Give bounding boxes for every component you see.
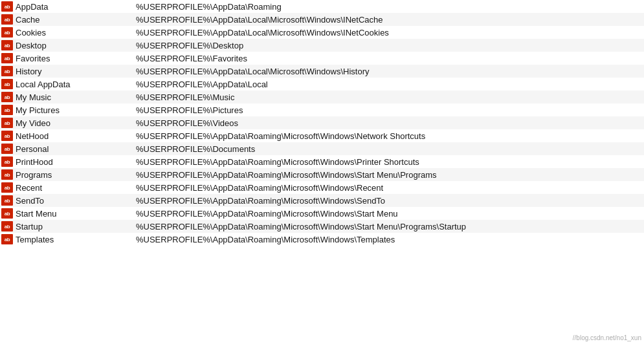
ab-icon: ab — [1, 53, 13, 63]
ab-icon: ab — [1, 234, 13, 244]
table-row: ab PrintHood %USERPROFILE%\AppData\Roami… — [0, 155, 644, 168]
ab-icon: ab — [1, 14, 13, 25]
row-icon: ab — [0, 144, 14, 154]
ab-icon: ab — [1, 40, 13, 50]
row-icon: ab — [0, 156, 14, 167]
ab-icon: ab — [1, 195, 13, 206]
row-name: Templates — [14, 235, 131, 244]
row-value: %USERPROFILE%\AppData\Roaming\Microsoft\… — [131, 183, 644, 193]
row-value: %USERPROFILE%\Favorites — [131, 54, 644, 63]
row-value: %USERPROFILE%\Pictures — [131, 105, 644, 115]
row-name: AppData — [14, 2, 131, 12]
ab-icon: ab — [1, 131, 13, 141]
ab-icon: ab — [1, 208, 13, 219]
row-value: %USERPROFILE%\AppData\Local\Microsoft\Wi… — [131, 15, 644, 25]
ab-icon: ab — [1, 92, 13, 102]
watermark-text: //blog.csdn.net/no1_xun — [573, 334, 641, 341]
table-row: ab My Music %USERPROFILE%\Music — [0, 91, 644, 103]
row-value: %USERPROFILE%\Desktop — [131, 41, 644, 50]
row-value: %USERPROFILE%\AppData\Roaming\Microsoft\… — [131, 209, 644, 219]
table-row: ab Favorites %USERPROFILE%\Favorites — [0, 52, 644, 65]
row-icon: ab — [0, 234, 14, 244]
row-name: My Pictures — [14, 105, 131, 115]
row-value: %USERPROFILE%\AppData\Roaming\Microsoft\… — [131, 235, 644, 244]
row-value: %USERPROFILE%\Documents — [131, 144, 644, 154]
row-value: %USERPROFILE%\Music — [131, 92, 644, 102]
row-name: SendTo — [14, 196, 131, 206]
row-name: NetHood — [14, 131, 131, 141]
row-name: Desktop — [14, 41, 131, 50]
table-row: ab AppData %USERPROFILE%\AppData\Roaming — [0, 0, 644, 13]
row-icon: ab — [0, 221, 14, 231]
row-value: %USERPROFILE%\AppData\Local\Microsoft\Wi… — [131, 28, 644, 38]
row-icon: ab — [0, 118, 14, 128]
row-icon: ab — [0, 14, 14, 25]
row-icon: ab — [0, 27, 14, 38]
table-row: ab Desktop %USERPROFILE%\Desktop — [0, 39, 644, 52]
row-icon: ab — [0, 53, 14, 63]
table-row: ab Cookies %USERPROFILE%\AppData\Local\M… — [0, 26, 644, 39]
row-icon: ab — [0, 182, 14, 193]
row-name: Cookies — [14, 28, 131, 38]
table-row: ab Cache %USERPROFILE%\AppData\Local\Mic… — [0, 13, 644, 26]
table-row: ab Programs %USERPROFILE%\AppData\Roamin… — [0, 168, 644, 181]
row-name: Favorites — [14, 54, 131, 63]
row-value: %USERPROFILE%\Videos — [131, 118, 644, 128]
ab-icon: ab — [1, 27, 13, 38]
table-row: ab SendTo %USERPROFILE%\AppData\Roaming\… — [0, 194, 644, 207]
row-icon: ab — [0, 131, 14, 141]
ab-icon: ab — [1, 66, 13, 76]
row-value: %USERPROFILE%\AppData\Roaming\Microsoft\… — [131, 222, 644, 231]
row-name: Cache — [14, 15, 131, 25]
row-name: Start Menu — [14, 209, 131, 219]
row-icon: ab — [0, 92, 14, 102]
row-value: %USERPROFILE%\AppData\Roaming\Microsoft\… — [131, 157, 644, 167]
row-name: Programs — [14, 170, 131, 180]
table-row: ab Personal %USERPROFILE%\Documents — [0, 142, 644, 155]
row-value: %USERPROFILE%\AppData\Roaming\Microsoft\… — [131, 196, 644, 206]
row-value: %USERPROFILE%\AppData\Roaming\Microsoft\… — [131, 170, 644, 180]
table-row: ab NetHood %USERPROFILE%\AppData\Roaming… — [0, 129, 644, 142]
row-icon: ab — [0, 169, 14, 180]
table-row: ab Recent %USERPROFILE%\AppData\Roaming\… — [0, 181, 644, 194]
ab-icon: ab — [1, 118, 13, 128]
row-value: %USERPROFILE%\AppData\Roaming\Microsoft\… — [131, 131, 644, 141]
row-value: %USERPROFILE%\AppData\Local\Microsoft\Wi… — [131, 67, 644, 76]
row-name: My Music — [14, 92, 131, 102]
row-name: History — [14, 67, 131, 76]
table-row: ab Templates %USERPROFILE%\AppData\Roami… — [0, 233, 644, 246]
row-icon: ab — [0, 208, 14, 219]
ab-icon: ab — [1, 156, 13, 167]
row-name: My Video — [14, 118, 131, 128]
table-row: ab My Pictures %USERPROFILE%\Pictures — [0, 103, 644, 116]
row-icon: ab — [0, 195, 14, 206]
ab-icon: ab — [1, 1, 13, 12]
row-icon: ab — [0, 79, 14, 89]
row-icon: ab — [0, 105, 14, 115]
table-row: ab Start Menu %USERPROFILE%\AppData\Roam… — [0, 207, 644, 220]
row-icon: ab — [0, 66, 14, 76]
registry-table: ab AppData %USERPROFILE%\AppData\Roaming… — [0, 0, 644, 246]
ab-icon: ab — [1, 182, 13, 193]
ab-icon: ab — [1, 79, 13, 89]
ab-icon: ab — [1, 221, 13, 231]
table-row: ab Local AppData %USERPROFILE%\AppData\L… — [0, 78, 644, 91]
row-name: Recent — [14, 183, 131, 193]
table-row: ab My Video %USERPROFILE%\Videos — [0, 116, 644, 129]
ab-icon: ab — [1, 105, 13, 115]
ab-icon: ab — [1, 144, 13, 154]
row-value: %USERPROFILE%\AppData\Local — [131, 80, 644, 89]
row-name: Local AppData — [14, 80, 131, 89]
row-icon: ab — [0, 40, 14, 50]
table-row: ab History %USERPROFILE%\AppData\Local\M… — [0, 65, 644, 78]
table-row: ab Startup %USERPROFILE%\AppData\Roaming… — [0, 220, 644, 233]
row-name: PrintHood — [14, 157, 131, 167]
row-name: Personal — [14, 144, 131, 154]
ab-icon: ab — [1, 169, 13, 180]
row-icon: ab — [0, 1, 14, 12]
row-name: Startup — [14, 222, 131, 231]
row-value: %USERPROFILE%\AppData\Roaming — [131, 2, 644, 12]
